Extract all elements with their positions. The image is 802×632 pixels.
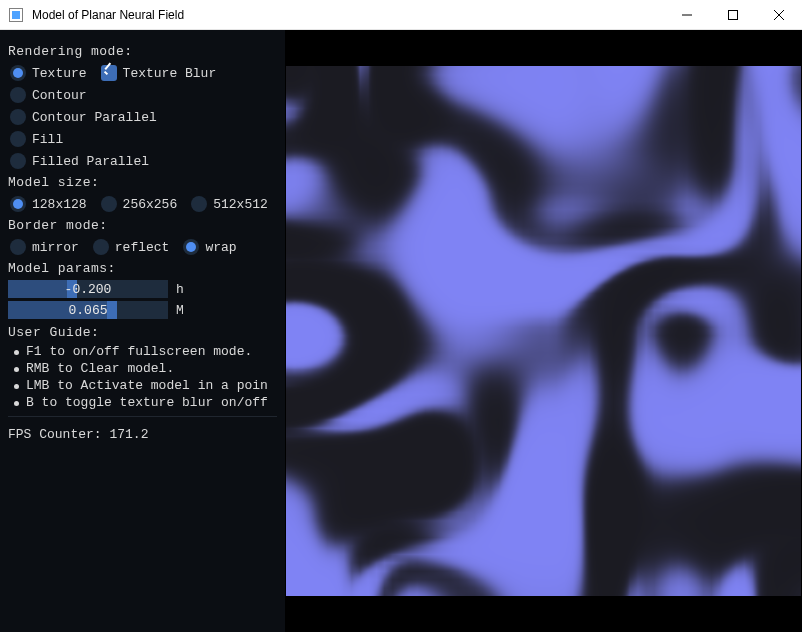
radio-icon [93, 239, 109, 255]
border-mode-label: Border mode: [8, 218, 277, 233]
rendering-option-texture[interactable]: Texture [10, 65, 87, 81]
border-mirror[interactable]: mirror [10, 239, 79, 255]
model-size-128[interactable]: 128x128 [10, 196, 87, 212]
radio-icon [10, 239, 26, 255]
option-label: mirror [32, 240, 79, 255]
rendering-mode-label: Rendering mode: [8, 44, 277, 59]
option-label: Contour Parallel [32, 110, 157, 125]
render-area[interactable] [285, 30, 802, 632]
radio-icon [191, 196, 207, 212]
guide-item: RMB to Clear model. [12, 361, 277, 376]
rendering-option-filled-parallel[interactable]: Filled Parallel [10, 153, 271, 169]
user-guide-list: F1 to on/off fullscreen mode. RMB to Cle… [12, 344, 277, 410]
radio-icon [10, 131, 26, 147]
app-icon [8, 7, 24, 23]
slider-m-label: M [176, 303, 184, 318]
separator [8, 416, 277, 417]
option-label: Texture Blur [123, 66, 217, 81]
radio-icon [10, 65, 26, 81]
guide-item: LMB to Activate model in a poin [12, 378, 277, 393]
fps-label: FPS Counter: [8, 427, 102, 442]
option-label: 512x512 [213, 197, 268, 212]
model-size-256[interactable]: 256x256 [101, 196, 178, 212]
option-label: Filled Parallel [32, 154, 149, 169]
window-title: Model of Planar Neural Field [32, 8, 184, 22]
slider-h[interactable]: -0.200 [8, 280, 168, 298]
rendering-option-contour[interactable]: Contour [10, 87, 271, 103]
rendering-option-contour-parallel[interactable]: Contour Parallel [10, 109, 271, 125]
svg-rect-3 [729, 10, 738, 19]
sidebar: Rendering mode: Texture Texture Blur Con… [0, 30, 285, 632]
window-titlebar: Model of Planar Neural Field [0, 0, 802, 30]
model-params-label: Model params: [8, 261, 277, 276]
radio-icon [10, 87, 26, 103]
option-label: Contour [32, 88, 87, 103]
fps-value: 171.2 [109, 427, 148, 442]
option-label: 128x128 [32, 197, 87, 212]
option-label: reflect [115, 240, 170, 255]
rendering-option-fill[interactable]: Fill [10, 131, 271, 147]
model-size-label: Model size: [8, 175, 277, 190]
border-wrap[interactable]: wrap [183, 239, 236, 255]
window-minimize-button[interactable] [664, 0, 710, 30]
window-maximize-button[interactable] [710, 0, 756, 30]
option-label: Texture [32, 66, 87, 81]
guide-item: B to toggle texture blur on/off [12, 395, 277, 410]
radio-icon [10, 109, 26, 125]
neural-field-canvas[interactable] [286, 66, 801, 596]
border-reflect[interactable]: reflect [93, 239, 170, 255]
model-size-512[interactable]: 512x512 [191, 196, 268, 212]
rendering-option-texture-blur[interactable]: Texture Blur [101, 65, 217, 81]
svg-rect-1 [12, 11, 20, 19]
slider-h-label: h [176, 282, 184, 297]
checkbox-icon [101, 65, 117, 81]
fps-counter: FPS Counter: 171.2 [8, 427, 277, 442]
user-guide-label: User Guide: [8, 325, 277, 340]
option-label: wrap [205, 240, 236, 255]
option-label: 256x256 [123, 197, 178, 212]
guide-item: F1 to on/off fullscreen mode. [12, 344, 277, 359]
radio-icon [10, 196, 26, 212]
radio-icon [101, 196, 117, 212]
radio-icon [10, 153, 26, 169]
option-label: Fill [32, 132, 63, 147]
window-close-button[interactable] [756, 0, 802, 30]
client-area: Rendering mode: Texture Texture Blur Con… [0, 30, 802, 632]
radio-icon [183, 239, 199, 255]
slider-m[interactable]: 0.065 [8, 301, 168, 319]
